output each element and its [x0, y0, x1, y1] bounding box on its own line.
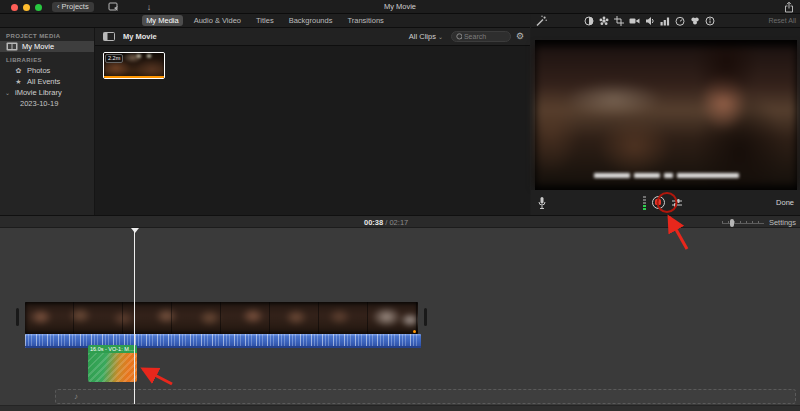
window-title: My Movie [0, 2, 800, 11]
browser-header: My Movie All Clips ⌄ ⚙ [95, 28, 530, 46]
sidebar-item-all-events[interactable]: ★ All Events [0, 76, 94, 87]
reset-all-button[interactable]: Reset All [768, 14, 796, 28]
timeline: 16.0s - VO-1: M… ♪ [0, 228, 800, 405]
done-button[interactable]: Done [776, 198, 794, 207]
voiceover-clip-label: 16.0s - VO-1: M… [88, 345, 137, 353]
crop-icon[interactable] [614, 16, 624, 26]
close-button[interactable] [11, 4, 18, 11]
timeline-footer-strip [0, 405, 800, 411]
voiceover-control-bar: Done [531, 190, 800, 215]
project-media-header: PROJECT MEDIA [0, 28, 94, 41]
info-icon[interactable] [705, 16, 715, 26]
tab-my-media[interactable]: My Media [142, 15, 183, 26]
preview-frame-image [535, 46, 797, 186]
share-icon[interactable] [784, 1, 794, 13]
libraries-header: LIBRARIES [0, 52, 94, 65]
sidebar-toggle-icon[interactable] [103, 32, 115, 41]
clip-trim-handle-left[interactable] [16, 308, 19, 326]
sidebar-item-label: 2023-10-19 [20, 99, 58, 108]
timeline-video-clip[interactable] [25, 302, 418, 334]
chevron-down-icon: ⌄ [438, 33, 443, 40]
color-correction-icon[interactable] [599, 16, 609, 26]
media-pane: My Media Audio & Video Titles Background… [0, 14, 530, 215]
sidebar-item-label: My Movie [22, 42, 54, 51]
projects-back-button[interactable]: ‹ Projects [52, 2, 94, 12]
film-clip-icon [6, 42, 18, 51]
import-icon[interactable]: ↓ [142, 2, 156, 12]
sidebar-item-label: iMovie Library [15, 88, 62, 97]
browser-pane-title: My Movie [123, 32, 157, 41]
zoom-slider-track [722, 223, 764, 224]
disclosure-chevron-icon[interactable]: ⌄ [4, 89, 11, 96]
playhead-handle[interactable] [131, 228, 139, 233]
microphone-icon[interactable] [537, 196, 547, 210]
zoom-slider-thumb[interactable] [730, 219, 734, 227]
tab-backgrounds[interactable]: Backgrounds [285, 15, 337, 26]
media-manager-icon[interactable] [106, 2, 120, 12]
sidebar-item-my-movie[interactable]: My Movie [0, 41, 94, 52]
imovie-window: ‹ Projects ↓ My Movie My Media Audio & V… [0, 0, 800, 411]
timeline-audio-waveform[interactable] [25, 334, 421, 348]
tab-audio-video[interactable]: Audio & Video [190, 15, 245, 26]
color-balance-icon[interactable] [584, 16, 594, 26]
sidebar-item-label: Photos [27, 66, 50, 75]
search-input[interactable] [464, 33, 506, 40]
minimize-button[interactable] [23, 4, 30, 11]
sidebar-item-event-date[interactable]: 2023-10-19 [0, 98, 94, 109]
timecode-total: 02:17 [389, 218, 408, 227]
photos-flower-icon: ✿ [14, 67, 23, 75]
blurred-subtitle [535, 173, 797, 178]
sidebar-item-photos[interactable]: ✿ Photos [0, 65, 94, 76]
volume-icon[interactable] [645, 16, 655, 26]
viewer-pane: Reset All Done [531, 14, 800, 215]
search-icon [456, 33, 462, 41]
sidebar-item-imovie-library[interactable]: ⌄ iMovie Library [0, 87, 94, 98]
clip-duration-badge: 2.2m [105, 54, 123, 63]
back-chevron-icon: ‹ [57, 2, 60, 11]
timeline-zoom-slider[interactable] [722, 221, 764, 224]
media-tabbar: My Media Audio & Video Titles Background… [0, 14, 530, 28]
all-clips-filter[interactable]: All Clips ⌄ [409, 32, 443, 41]
voiceover-options-icon[interactable] [671, 198, 683, 208]
filmstrip-frame-lines [25, 302, 418, 334]
tab-titles[interactable]: Titles [252, 15, 278, 26]
timeline-voiceover-clip[interactable]: 16.0s - VO-1: M… [88, 345, 137, 382]
auto-enhance-wand-icon[interactable] [535, 15, 547, 27]
clip-trim-handle-right[interactable] [424, 308, 427, 326]
voiceover-center-controls [643, 190, 683, 215]
adjustment-icons [584, 14, 715, 28]
clip-appearance-icon[interactable]: ⚙ [516, 32, 524, 41]
tab-transitions[interactable]: Transitions [343, 15, 387, 26]
traffic-lights [11, 4, 42, 11]
speed-icon[interactable] [675, 16, 685, 26]
events-star-icon: ★ [14, 78, 23, 86]
media-clip-thumbnail[interactable]: 2.2m [103, 52, 165, 79]
adjustment-toolbar: Reset All [531, 14, 800, 28]
clip-marker-dot [413, 330, 416, 333]
playhead[interactable] [134, 228, 135, 404]
search-field[interactable] [451, 31, 511, 42]
record-active-square [655, 199, 661, 205]
timeline-header: 00:38 / 02:17 Settings [0, 215, 800, 228]
video-preview [535, 40, 797, 190]
music-note-icon: ♪ [74, 392, 78, 401]
noise-reduction-icon[interactable] [660, 16, 670, 26]
voiceover-clip-body [88, 353, 137, 382]
timecode-current: 00:38 [364, 218, 383, 227]
stabilization-camera-icon[interactable] [629, 16, 640, 26]
media-browser: My Movie All Clips ⌄ ⚙ 2.2m [95, 28, 530, 215]
audio-level-meter [643, 196, 646, 210]
zoom-button[interactable] [35, 4, 42, 11]
effects-icon[interactable] [690, 16, 700, 26]
libraries-sidebar: PROJECT MEDIA My Movie LIBRARIES ✿ Photo… [0, 28, 95, 215]
used-range-indicator [104, 76, 164, 78]
record-voiceover-button[interactable] [652, 196, 665, 209]
background-music-well[interactable]: ♪ [55, 389, 796, 404]
titlebar: ‹ Projects ↓ My Movie [0, 0, 800, 14]
sidebar-item-label: All Events [27, 77, 60, 86]
